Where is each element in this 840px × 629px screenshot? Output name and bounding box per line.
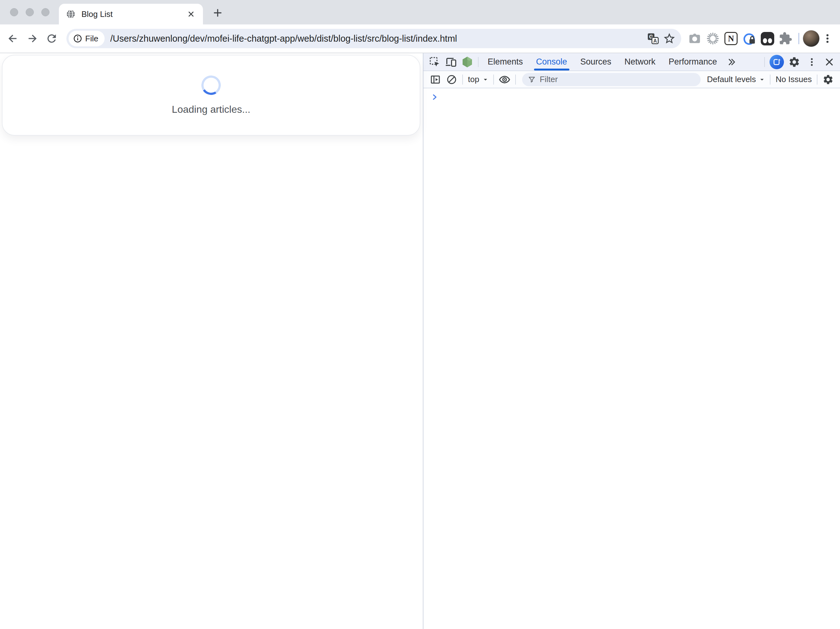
tab-performance-label: Performance (669, 57, 717, 67)
window-zoom-button[interactable] (41, 8, 49, 16)
issues-status[interactable]: No Issues (773, 74, 814, 84)
avatar-photo (803, 30, 819, 47)
info-icon (73, 34, 82, 43)
tab-performance[interactable]: Performance (662, 53, 724, 71)
issues-status-label: No Issues (775, 74, 812, 84)
console-prompt-chevron-icon[interactable] (431, 92, 441, 102)
camera-extension-icon[interactable] (685, 30, 704, 47)
ai-circle-glyph (769, 55, 784, 69)
console-settings-gear-icon[interactable] (820, 74, 836, 85)
content-area: Loading articles... (0, 53, 840, 629)
console-toolbar-divider (462, 74, 463, 85)
browser-toolbar: File /Users/zhuwenlong/dev/mofei-life-ch… (0, 24, 840, 53)
live-expression-eye-icon[interactable] (496, 74, 513, 85)
default-levels-dropdown[interactable]: Default levels (704, 74, 767, 84)
url-text[interactable]: /Users/zhuwenlong/dev/mofei-life-chatgpt… (110, 33, 645, 44)
loading-card: Loading articles... (2, 55, 420, 136)
default-levels-label: Default levels (707, 74, 756, 84)
svg-text:A: A (653, 38, 657, 44)
console-body[interactable] (423, 89, 840, 629)
console-toolbar-divider (770, 74, 771, 85)
filter-input[interactable] (540, 74, 695, 84)
page-viewport: Loading articles... (0, 53, 423, 629)
tab-sources-label: Sources (580, 57, 611, 67)
tab-network[interactable]: Network (618, 53, 662, 71)
devtools-divider (764, 57, 765, 67)
context-selector-label: top (468, 74, 479, 84)
new-tab-button[interactable] (210, 6, 225, 20)
extensions-puzzle-icon[interactable] (777, 30, 794, 47)
devtools-right-controls (762, 53, 837, 71)
caret-down-icon (483, 77, 488, 82)
tab-title: Blog List (81, 9, 185, 19)
tab-elements-label: Elements (488, 57, 523, 67)
tab-close-icon[interactable] (185, 8, 197, 20)
lock-ring-extension-icon[interactable] (740, 30, 758, 47)
globe-favicon-icon (66, 9, 76, 19)
context-selector-dropdown[interactable]: top (466, 74, 491, 84)
more-tabs-chevron-icon[interactable] (723, 53, 740, 71)
translate-icon[interactable]: G A (645, 30, 661, 47)
console-toolbar: top Default levels (423, 71, 840, 89)
window-controls (10, 8, 49, 16)
forward-button[interactable] (22, 29, 42, 48)
console-filter-field[interactable] (522, 73, 701, 86)
ai-assistance-icon[interactable] (769, 55, 785, 69)
file-scheme-chip[interactable]: File (69, 31, 104, 46)
tab-console-label: Console (536, 57, 567, 67)
loading-spinner-icon (199, 74, 223, 97)
device-toolbar-icon[interactable] (443, 53, 459, 71)
tab-network-label: Network (625, 57, 655, 67)
address-bar[interactable]: File /Users/zhuwenlong/dev/mofei-life-ch… (66, 29, 681, 48)
tab-elements[interactable]: Elements (481, 53, 530, 71)
browser-tab-blog-list[interactable]: Blog List (59, 4, 203, 24)
reload-button[interactable] (42, 29, 62, 48)
devtools-settings-gear-icon[interactable] (786, 56, 802, 68)
caret-down-icon (759, 77, 765, 82)
console-toolbar-divider (515, 74, 516, 85)
tab-sources[interactable]: Sources (574, 53, 618, 71)
devtools-divider (478, 57, 478, 67)
browser-window: Blog List File /Users/zhuwenlon (0, 0, 840, 629)
bookmark-star-icon[interactable] (661, 30, 677, 47)
profile-avatar[interactable] (803, 30, 819, 47)
notion-extension-icon[interactable]: N (722, 30, 740, 47)
inspect-element-icon[interactable] (426, 53, 443, 71)
filter-funnel-icon (528, 76, 536, 84)
console-toolbar-divider (817, 74, 818, 85)
starburst-extension-icon[interactable] (704, 30, 722, 47)
window-close-button[interactable] (10, 8, 18, 16)
back-button[interactable] (3, 29, 22, 48)
devtools-menu-kebab-icon[interactable] (804, 57, 820, 67)
devtools-panel: Elements Console Sources Network Perform… (423, 53, 840, 629)
dark-extension-icon[interactable] (758, 30, 777, 47)
devtools-close-icon[interactable] (821, 57, 837, 67)
console-sidebar-toggle-icon[interactable] (427, 74, 444, 85)
node-hexagon-extension-icon[interactable] (459, 53, 475, 71)
dark-box-glyph (761, 32, 774, 46)
console-toolbar-divider (493, 74, 494, 85)
tab-strip: Blog List (0, 0, 840, 24)
notion-n-glyph: N (725, 32, 737, 45)
tab-console[interactable]: Console (530, 53, 574, 71)
browser-menu-kebab-icon[interactable] (819, 30, 835, 47)
loading-text: Loading articles... (172, 104, 251, 115)
clear-console-icon[interactable] (444, 74, 460, 85)
scheme-chip-label: File (85, 34, 98, 44)
toolbar-divider (798, 33, 799, 44)
window-minimize-button[interactable] (26, 8, 34, 16)
devtools-tab-bar: Elements Console Sources Network Perform… (423, 53, 840, 71)
